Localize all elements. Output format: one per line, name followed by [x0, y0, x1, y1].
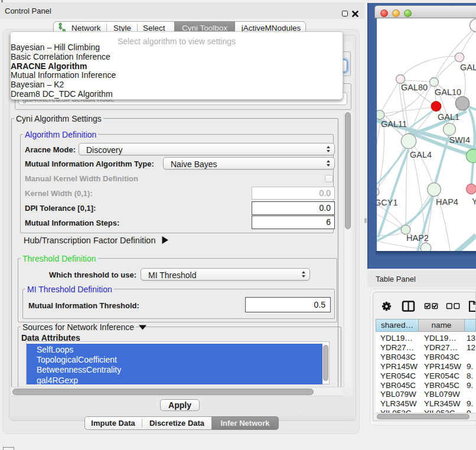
svg-text:GAL10: GAL10 — [435, 87, 461, 97]
svg-text:HAP2: HAP2 — [406, 233, 429, 243]
svg-text:GCY1: GCY1 — [377, 198, 398, 207]
svg-text:GAL4: GAL4 — [410, 150, 432, 159]
svg-text:GAL7: GAL7 — [460, 63, 476, 72]
svg-text:GAL80: GAL80 — [401, 83, 428, 92]
svg-text:HAP4: HAP4 — [436, 197, 458, 207]
svg-text:GAL1: GAL1 — [438, 112, 459, 122]
svg-text:Y: Y — [472, 197, 476, 206]
svg-text:SWI4: SWI4 — [449, 135, 470, 145]
svg-text:GAL11: GAL11 — [381, 119, 407, 129]
